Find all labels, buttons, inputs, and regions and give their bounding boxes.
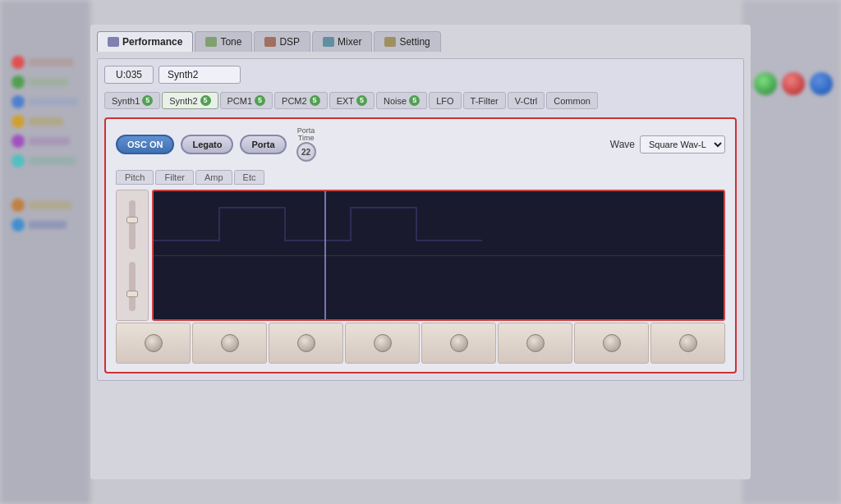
mini-tab-row: Pitch Filter Amp Etc [116, 170, 725, 185]
sub-tab-pcm2[interactable]: PCM2 5 [274, 92, 328, 109]
porta-button[interactable]: Porta [240, 135, 286, 154]
sub-tab-synth1[interactable]: Synth1 5 [104, 92, 160, 109]
tab-dsp[interactable]: DSP [254, 31, 310, 52]
slider-2[interactable] [129, 262, 136, 311]
sub-tab-pcm2-badge: 5 [310, 95, 320, 106]
osc-on-button[interactable]: OSC ON [116, 135, 174, 154]
preset-name: Synth2 [159, 66, 241, 84]
main-content: Performance Tone DSP Mixer Setting U:035… [90, 25, 751, 479]
tone-icon [205, 37, 217, 47]
oscilloscope-display [152, 190, 725, 321]
circle-blue2 [810, 72, 833, 95]
sub-tab-lfo[interactable]: LFO [429, 92, 461, 109]
wave-label: Wave [610, 139, 635, 150]
sub-tab-pcm1-badge: 5 [255, 95, 265, 106]
slider-1[interactable] [129, 200, 136, 250]
sub-tab-synth2[interactable]: Synth2 5 [162, 92, 218, 109]
wave-group: Wave Square Wav-L Sine Sawtooth Triangle… [610, 135, 725, 153]
knobs-row [116, 323, 725, 364]
porta-time-group: PortaTime 22 [296, 127, 316, 162]
synth-panel: OSC ON Legato Porta PortaTime 22 Wave Sq… [104, 117, 737, 373]
tab-performance-label: Performance [122, 36, 182, 48]
knob-4[interactable] [374, 334, 392, 352]
knob-6[interactable] [526, 334, 545, 352]
knob-cell-4 [345, 323, 420, 364]
controls-row: OSC ON Legato Porta PortaTime 22 Wave Sq… [116, 127, 725, 162]
setting-icon [384, 37, 396, 47]
knob-3[interactable] [297, 334, 315, 352]
knob-cell-5 [421, 323, 496, 364]
sub-tab-common[interactable]: Common [546, 92, 598, 109]
mixer-icon [323, 37, 334, 47]
sub-tab-common-label: Common [554, 96, 591, 106]
preset-row: U:035 Synth2 [104, 66, 737, 84]
tab-tone[interactable]: Tone [195, 31, 252, 52]
knob-7[interactable] [603, 334, 621, 352]
knob-cell-8 [650, 323, 725, 364]
knob-cell-7 [574, 323, 649, 364]
preset-id: U:035 [104, 66, 154, 84]
sub-tab-lfo-label: LFO [436, 96, 453, 106]
main-tab-bar: Performance Tone DSP Mixer Setting [97, 31, 744, 52]
tab-setting[interactable]: Setting [374, 31, 440, 52]
sub-tab-ext-label: EXT [337, 96, 354, 106]
sub-tab-noise-label: Noise [384, 96, 407, 106]
tab-setting-label: Setting [399, 36, 430, 48]
tab-dsp-label: DSP [279, 36, 300, 48]
mini-tab-etc[interactable]: Etc [234, 170, 265, 185]
mini-tab-filter[interactable]: Filter [155, 170, 193, 185]
sub-tab-tfilter-label: T-Filter [471, 96, 499, 106]
tab-mixer-label: Mixer [338, 36, 361, 48]
circle-red [782, 72, 805, 95]
mini-tab-pitch[interactable]: Pitch [116, 170, 154, 185]
sub-tab-ext[interactable]: EXT 5 [329, 92, 375, 109]
knob-8[interactable] [679, 334, 697, 352]
sub-tab-noise[interactable]: Noise 5 [376, 92, 427, 109]
content-box: U:035 Synth2 Synth1 5 Synth2 5 PCM1 5 PC… [97, 58, 744, 381]
knob-cell-3 [269, 323, 343, 364]
sidebar-nav [11, 56, 78, 231]
sub-tab-synth2-badge: 5 [200, 95, 211, 106]
tab-tone-label: Tone [220, 36, 241, 48]
sub-tab-vctrl-label: V-Ctrl [515, 96, 538, 106]
circle-green [754, 72, 777, 95]
mini-tab-amp[interactable]: Amp [195, 170, 232, 185]
performance-icon [108, 37, 119, 47]
sub-tab-ext-badge: 5 [356, 95, 367, 106]
knob-cell-2 [192, 323, 267, 364]
sub-tab-bar: Synth1 5 Synth2 5 PCM1 5 PCM2 5 EXT 5 No… [104, 92, 737, 109]
knob-cell-1 [116, 323, 191, 364]
legato-button[interactable]: Legato [181, 135, 233, 154]
knob-1[interactable] [145, 334, 163, 352]
tab-mixer[interactable]: Mixer [312, 31, 372, 52]
sub-tab-synth2-label: Synth2 [169, 96, 197, 106]
sub-tab-noise-badge: 5 [409, 95, 420, 106]
knob-5[interactable] [450, 334, 468, 352]
sub-tab-vctrl[interactable]: V-Ctrl [508, 92, 545, 109]
sub-tab-tfilter[interactable]: T-Filter [463, 92, 506, 109]
knob-cell-6 [498, 323, 572, 364]
porta-time-label: PortaTime [297, 127, 315, 142]
sliders-panel [116, 190, 149, 321]
sub-tab-pcm1[interactable]: PCM1 5 [220, 92, 273, 109]
porta-time-value[interactable]: 22 [296, 142, 316, 162]
sub-tab-synth1-label: Synth1 [112, 96, 140, 106]
tab-performance[interactable]: Performance [97, 31, 193, 52]
dsp-icon [264, 37, 276, 47]
sub-tab-synth1-badge: 5 [142, 95, 153, 106]
wave-select[interactable]: Square Wav-L Sine Sawtooth Triangle Puls… [640, 135, 725, 153]
viz-area [116, 190, 725, 321]
sub-tab-pcm1-label: PCM1 [227, 96, 253, 106]
knob-2[interactable] [221, 334, 239, 352]
sub-tab-pcm2-label: PCM2 [282, 96, 307, 106]
